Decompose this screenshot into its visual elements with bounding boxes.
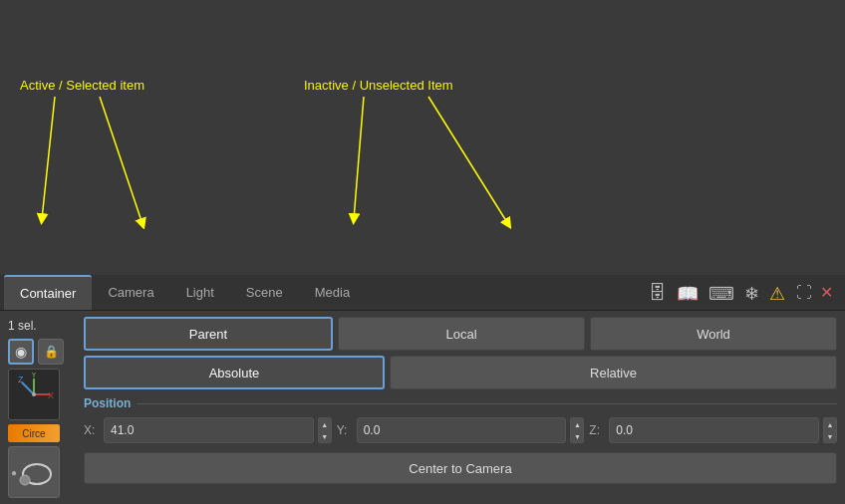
z-stepper[interactable]: ▲ ▼ <box>823 417 837 443</box>
selection-count: 1 sel. <box>8 317 76 335</box>
visibility-row: ◉ 🔒 <box>8 339 76 365</box>
position-section-label: Position <box>84 396 837 410</box>
warning-icon[interactable]: ⚠ <box>769 283 785 305</box>
close-icon[interactable]: ✕ <box>820 283 833 302</box>
x-field-group: X: ▲ ▼ <box>84 417 332 443</box>
svg-text:Inactive / Unselected Item: Inactive / Unselected Item <box>304 78 453 93</box>
z-stepper-down[interactable]: ▼ <box>824 430 836 442</box>
tab-light[interactable]: Light <box>170 275 230 310</box>
tab-icon-group: ⛶ ✕ <box>796 283 841 302</box>
snowflake-icon[interactable]: ❄ <box>744 283 759 305</box>
z-input[interactable] <box>609 417 819 443</box>
x-label: X: <box>84 423 100 437</box>
database-icon[interactable]: 🗄 <box>649 283 667 305</box>
terminal-icon[interactable]: ⌨ <box>708 283 734 305</box>
relative-button[interactable]: Relative <box>390 356 837 389</box>
maximize-icon[interactable]: ⛶ <box>796 284 812 302</box>
y-stepper-up[interactable]: ▲ <box>571 418 583 430</box>
main-panel: Container Camera Light Scene Media ⛶ ✕ 🗄… <box>0 275 845 504</box>
y-field-group: Y: ▲ ▼ <box>337 417 585 443</box>
tab-media[interactable]: Media <box>299 275 366 310</box>
svg-text:X: X <box>48 390 54 400</box>
center-to-camera-button[interactable]: Center to Camera <box>84 452 837 484</box>
x-stepper[interactable]: ▲ ▼ <box>318 417 332 443</box>
tab-camera[interactable]: Camera <box>92 275 169 310</box>
main-content: Parent Local World Absolute Relative <box>84 317 837 498</box>
tab-container[interactable]: Container <box>4 275 92 310</box>
axis-widget[interactable]: Z Y X <box>8 369 60 420</box>
x-stepper-down[interactable]: ▼ <box>319 430 331 442</box>
lock-button[interactable]: 🔒 <box>38 339 64 365</box>
shape-preview[interactable]: ● <box>8 446 60 498</box>
svg-text:Z: Z <box>18 375 24 384</box>
z-field-group: Z: ▲ ▼ <box>589 417 837 443</box>
world-button[interactable]: World <box>590 317 837 351</box>
xyz-field-row: X: ▲ ▼ Y: ▲ ▼ <box>84 415 837 445</box>
x-input[interactable] <box>104 417 314 443</box>
svg-line-5 <box>428 97 508 224</box>
book-icon[interactable]: 📖 <box>677 283 699 305</box>
y-stepper-down[interactable]: ▼ <box>571 430 583 442</box>
left-sidebar: 1 sel. ◉ 🔒 Z Y <box>8 317 76 498</box>
y-input[interactable] <box>357 417 567 443</box>
z-label: Z: <box>589 423 605 437</box>
color-label: Circe <box>22 428 45 439</box>
svg-line-4 <box>354 97 364 219</box>
svg-line-6 <box>22 382 34 394</box>
svg-point-14 <box>20 475 30 485</box>
eye-button[interactable]: ◉ <box>8 339 34 365</box>
svg-text:Active / Selected item: Active / Selected item <box>20 78 144 93</box>
svg-line-1 <box>42 97 55 219</box>
svg-point-12 <box>32 392 36 396</box>
eye-icon: ◉ <box>15 344 27 360</box>
lock-icon: 🔒 <box>44 345 59 359</box>
absolute-button[interactable]: Absolute <box>84 356 385 389</box>
local-button[interactable]: Local <box>338 317 585 351</box>
z-stepper-up[interactable]: ▲ <box>824 418 836 430</box>
color-swatch[interactable]: Circe <box>8 424 60 442</box>
content-area: 1 sel. ◉ 🔒 Z Y <box>0 311 845 504</box>
y-label: Y: <box>337 423 353 437</box>
transform-type-row: Absolute Relative <box>84 356 837 389</box>
y-stepper[interactable]: ▲ ▼ <box>570 417 584 443</box>
x-stepper-up[interactable]: ▲ <box>319 418 331 430</box>
svg-text:Y: Y <box>31 373 37 379</box>
transform-space-row: Parent Local World <box>84 317 837 351</box>
tab-scene[interactable]: Scene <box>230 275 299 310</box>
svg-line-2 <box>100 97 142 224</box>
parent-button[interactable]: Parent <box>84 317 333 351</box>
